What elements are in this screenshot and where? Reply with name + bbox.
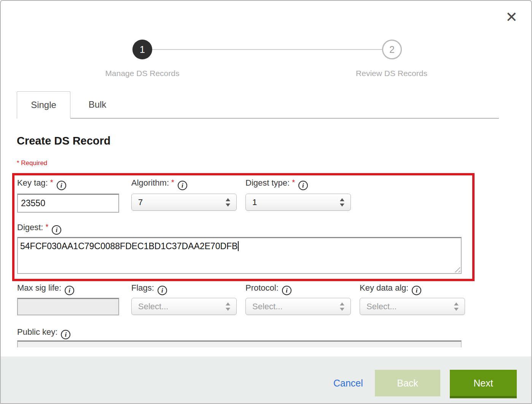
digest-type-required-asterisk: * <box>292 178 295 186</box>
digest-type-info-icon[interactable]: i <box>298 181 308 190</box>
step-2-indicator: 2 <box>382 40 402 59</box>
select-spinner-icon <box>225 197 231 208</box>
digest-type-label: Digest type:*i <box>245 178 308 190</box>
max-sig-life-label-text: Max sig life: <box>17 283 61 293</box>
digest-value: 54FCF030AA1C79C0088FDEC1BD1C37DAA2E70DFB <box>20 241 237 251</box>
step-1-label: Manage DS Records <box>81 69 203 78</box>
key-tag-label-text: Key tag: <box>17 178 48 188</box>
key-data-alg-label-text: Key data alg: <box>360 283 408 293</box>
flags-label: Flags:i <box>131 283 167 295</box>
select-spinner-icon <box>339 301 345 312</box>
protocol-label-text: Protocol: <box>245 283 279 293</box>
select-spinner-icon <box>339 197 345 208</box>
max-sig-life-label: Max sig life:i <box>17 283 74 295</box>
algorithm-select[interactable]: 7 <box>131 194 237 211</box>
create-ds-record-modal: { "icons": { "close": "✕", "info": "i" }… <box>0 0 532 404</box>
public-key-info-icon[interactable]: i <box>61 330 70 339</box>
key-tag-info-icon[interactable]: i <box>57 181 66 190</box>
algorithm-label: Algorithm:*i <box>131 178 187 190</box>
resize-grip-icon[interactable] <box>454 266 460 272</box>
next-button[interactable]: Next <box>450 370 517 398</box>
text-caret <box>238 241 239 251</box>
cancel-button[interactable]: Cancel <box>333 378 363 389</box>
protocol-label: Protocol:i <box>245 283 291 295</box>
protocol-info-icon[interactable]: i <box>282 286 291 295</box>
digest-type-select[interactable]: 1 <box>245 194 351 211</box>
key-tag-input[interactable] <box>17 194 119 213</box>
protocol-select-value: Select... <box>252 302 282 311</box>
public-key-textarea <box>17 340 462 347</box>
key-data-alg-select[interactable]: Select... <box>360 298 465 315</box>
algorithm-label-text: Algorithm: <box>131 178 169 188</box>
algorithm-select-value: 7 <box>138 197 143 207</box>
max-sig-life-input <box>17 298 119 315</box>
page-title: Create DS Record <box>17 135 111 147</box>
digest-required-asterisk: * <box>45 223 48 231</box>
flags-select-value: Select... <box>138 302 168 311</box>
close-button[interactable]: ✕ <box>505 10 518 24</box>
key-tag-label: Key tag:*i <box>17 178 66 190</box>
step-1-indicator: 1 <box>132 40 152 59</box>
digest-info-icon[interactable]: i <box>52 225 61 235</box>
key-data-alg-select-value: Select... <box>366 302 397 311</box>
key-data-alg-info-icon[interactable]: i <box>412 286 421 295</box>
max-sig-life-info-icon[interactable]: i <box>65 286 74 295</box>
digest-type-label-text: Digest type: <box>245 178 290 188</box>
stepper-connector <box>152 49 383 50</box>
key-data-alg-label: Key data alg:i <box>360 283 421 295</box>
select-spinner-icon <box>454 301 459 312</box>
flags-label-text: Flags: <box>131 283 154 293</box>
back-button[interactable]: Back <box>375 370 440 396</box>
tab-single[interactable]: Single <box>17 91 70 118</box>
tab-bulk[interactable]: Bulk <box>71 91 124 118</box>
flags-select[interactable]: Select... <box>131 298 237 315</box>
digest-type-select-value: 1 <box>252 197 257 207</box>
public-key-label-text: Public key: <box>17 327 57 337</box>
digest-textarea[interactable]: 54FCF030AA1C79C0088FDEC1BD1C37DAA2E70DFB <box>17 237 462 274</box>
tab-underline <box>70 118 499 119</box>
key-tag-required-asterisk: * <box>50 178 53 186</box>
close-icon: ✕ <box>505 9 518 25</box>
digest-label: Digest:*i <box>17 223 61 235</box>
required-note: * Required <box>17 159 47 167</box>
select-spinner-icon <box>225 301 231 312</box>
algorithm-info-icon[interactable]: i <box>178 181 187 190</box>
algorithm-required-asterisk: * <box>171 178 174 186</box>
protocol-select[interactable]: Select... <box>245 298 351 315</box>
flags-info-icon[interactable]: i <box>158 286 167 295</box>
step-2-label: Review DS Records <box>331 69 452 78</box>
digest-label-text: Digest: <box>17 223 43 232</box>
public-key-label: Public key:i <box>17 327 70 339</box>
